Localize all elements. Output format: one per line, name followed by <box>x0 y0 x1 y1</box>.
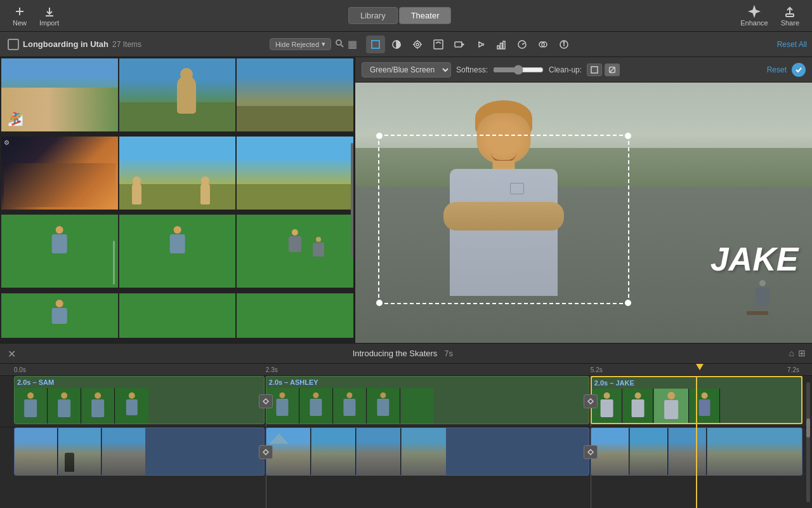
library-theater-tabs: Library Theater <box>348 7 452 24</box>
svg-rect-7 <box>372 41 379 48</box>
film-strip-btn[interactable]: ▦ <box>348 38 357 50</box>
chart-settings-btn[interactable] <box>492 36 511 53</box>
new-button[interactable]: New <box>13 5 27 27</box>
item-count: 27 Items <box>112 40 141 49</box>
cleanup-btn-1[interactable] <box>587 64 602 76</box>
media-grid: 🏂 ⚙ <box>0 57 355 343</box>
timeline-duration: 7s <box>444 349 453 358</box>
reset-all-btn[interactable]: Reset All <box>777 40 807 49</box>
audio-settings-btn[interactable] <box>471 36 490 53</box>
tl-row-outdoor <box>0 427 812 478</box>
ruler-mark-2: 5.2s <box>591 366 603 373</box>
transition-handle-4[interactable] <box>584 445 598 459</box>
svg-marker-32 <box>588 450 593 455</box>
scrollbar-thumb[interactable] <box>806 418 810 438</box>
timeline-expand-btn[interactable]: ⊞ <box>798 348 806 358</box>
clip-jake-outdoor[interactable] <box>591 427 802 476</box>
share-button[interactable]: Share <box>781 5 799 27</box>
media-thumb-5[interactable] <box>119 137 236 210</box>
svg-rect-16 <box>455 42 462 47</box>
timeline-title: Introducing the Skaters 7s <box>22 349 784 358</box>
media-thumb-11[interactable] <box>119 293 236 338</box>
gear-overlay: ⚙ <box>4 139 10 146</box>
media-thumb-12[interactable] <box>237 293 353 338</box>
grid-view-btn[interactable] <box>8 39 19 50</box>
scroll-indicator <box>351 143 353 257</box>
overlap-settings-btn[interactable] <box>534 36 553 53</box>
enhance-label: Enhance <box>740 19 768 27</box>
toolbar-left: New Import <box>13 5 59 27</box>
share-label: Share <box>781 19 799 27</box>
crop-icon-btn[interactable] <box>366 36 385 53</box>
media-thumb-7[interactable] <box>1 215 118 288</box>
clip-sam-outdoor[interactable] <box>14 427 265 476</box>
hide-rejected-btn[interactable]: Hide Rejected ▾ <box>270 38 331 50</box>
svg-marker-17 <box>462 43 464 46</box>
media-thumb-3[interactable] <box>237 58 353 131</box>
enhance-button[interactable]: Enhance <box>740 5 768 27</box>
effect-dropdown[interactable]: Green/Blue Screen <box>362 62 451 77</box>
media-thumb-4[interactable]: ⚙ <box>1 137 118 210</box>
svg-point-5 <box>336 40 341 45</box>
svg-rect-28 <box>591 67 598 73</box>
softness-slider[interactable] <box>493 65 544 75</box>
media-thumb-10[interactable] <box>1 293 118 338</box>
import-button[interactable]: Import <box>39 5 59 27</box>
softness-label: Softness: <box>456 65 488 74</box>
svg-point-27 <box>563 41 565 43</box>
project-title: Longboarding in Utah <box>23 39 108 49</box>
transform-icon-btn[interactable] <box>429 36 448 53</box>
bg-skater-figure <box>750 280 775 312</box>
svg-point-9 <box>414 41 421 48</box>
preview-icons-bar: Longboarding in Utah 27 Items Hide Rejec… <box>0 32 812 57</box>
ashley-clip-label: 2.0s – ASHLEY <box>269 378 318 386</box>
clip-sam[interactable]: 2.0s – SAM <box>14 376 265 424</box>
effect-controls-bar: Green/Blue Screen Softness: Clean-up: Re… <box>355 57 812 83</box>
svg-marker-31 <box>263 450 268 455</box>
timeline-home-btn[interactable]: ⌂ <box>789 348 794 358</box>
color-icon-btn[interactable] <box>387 36 406 53</box>
ruler-mark-0: 0.0s <box>14 366 26 373</box>
video-settings-btn[interactable] <box>450 36 469 53</box>
timeline-title-text: Introducing the Skaters <box>353 349 438 358</box>
media-thumb-9[interactable] <box>237 215 353 288</box>
clip-jake[interactable]: 2.0s – JAKE <box>591 376 802 424</box>
library-tab[interactable]: Library <box>348 7 398 24</box>
speed-settings-btn[interactable] <box>513 36 532 53</box>
transition-handle-2[interactable] <box>584 394 598 408</box>
selection-handle-bl[interactable] <box>376 300 383 306</box>
transition-handle-3[interactable] <box>259 445 273 459</box>
transition-handle-1[interactable] <box>259 394 273 408</box>
filter-arrow: ▾ <box>322 40 325 48</box>
jake-clip-label: 2.0s – JAKE <box>594 379 634 387</box>
timeline-tracks-container: 2.0s – SAM <box>0 376 812 508</box>
clip-ashley-outdoor[interactable] <box>266 427 589 476</box>
theater-tab[interactable]: Theater <box>399 7 452 24</box>
effects-icon-btn[interactable] <box>408 36 427 53</box>
video-preview[interactable]: JAKE <box>355 83 812 343</box>
reset-btn[interactable]: Reset <box>767 65 787 74</box>
main-content: 🏂 ⚙ <box>0 57 812 343</box>
clip-ashley[interactable]: 2.0s – ASHLEY <box>266 376 589 424</box>
media-thumb-8[interactable] <box>119 215 236 288</box>
media-thumb-6[interactable] <box>237 137 353 210</box>
selection-handle-tl[interactable] <box>376 133 383 139</box>
confirm-btn[interactable] <box>792 63 806 77</box>
playhead-marker <box>696 364 704 370</box>
selection-box[interactable] <box>378 135 629 304</box>
timeline-close-btn[interactable]: ✕ <box>6 348 16 358</box>
media-thumb-1[interactable]: 🏂 <box>1 58 118 131</box>
timeline: ✕ Introducing the Skaters 7s ⌂ ⊞ 0.0s 2.… <box>0 343 812 508</box>
timeline-header: ✕ Introducing the Skaters 7s ⌂ ⊞ <box>0 344 812 364</box>
cleanup-btn-2[interactable] <box>605 64 620 76</box>
selection-handle-br[interactable] <box>625 300 631 306</box>
selection-handle-tr[interactable] <box>625 133 631 139</box>
media-thumb-2[interactable] <box>119 58 236 131</box>
timeline-ruler: 0.0s 2.3s 5.2s 7.2s <box>0 364 812 376</box>
svg-line-22 <box>522 43 525 44</box>
search-button[interactable] <box>335 39 344 50</box>
info-btn[interactable] <box>554 36 573 53</box>
timeline-scrollbar[interactable] <box>806 382 810 502</box>
svg-marker-30 <box>588 399 593 404</box>
filter-label: Hide Rejected <box>275 41 319 48</box>
